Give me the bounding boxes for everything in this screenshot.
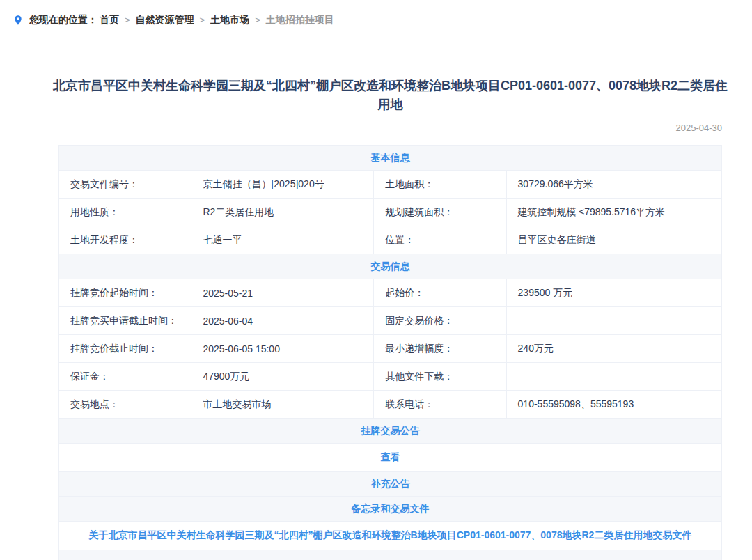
field-value: 240万元: [506, 335, 721, 363]
field-label: 规划建筑面积：: [374, 199, 506, 226]
breadcrumb-separator: >: [200, 15, 205, 25]
publish-date: 2025-04-30: [58, 123, 722, 133]
section-title: 基本信息: [59, 146, 722, 171]
location-pin-icon: [13, 13, 24, 27]
field-value: 239500 万元: [506, 279, 721, 307]
field-value: 010-55595098、55595193: [506, 391, 721, 419]
field-value: [506, 363, 721, 391]
field-label: 土地面积：: [374, 171, 506, 199]
field-value: 30729.066平方米: [506, 171, 721, 199]
section-header-memo-docs: 备忘录和交易文件: [59, 497, 722, 522]
field-label: 挂牌竞买申请截止时间：: [59, 307, 191, 335]
field-label: 用地性质：: [59, 199, 191, 226]
field-label: 位置：: [374, 226, 506, 254]
field-value: 七通一平: [191, 226, 374, 254]
table-row: 挂牌竞价起始时间： 2025-05-21 起始价： 239500 万元: [59, 279, 722, 307]
section-header-listing-notice: 挂牌交易公告: [59, 419, 722, 444]
table-row: 挂牌竞价截止时间： 2025-06-05 15:00 最小递增幅度： 240万元: [59, 335, 722, 363]
listing-view-row: 查看: [59, 444, 722, 472]
view-link[interactable]: 查看: [381, 451, 400, 462]
field-value: 2025-06-04: [191, 307, 374, 335]
next-section-partial-cell: [59, 550, 722, 560]
table-row: 土地开发程度： 七通一平 位置： 昌平区史各庄街道: [59, 226, 722, 254]
field-label: 交易文件编号：: [59, 171, 191, 199]
breadcrumb-separator: >: [255, 15, 260, 25]
table-row: 交易地点： 市土地交易市场 联系电话： 010-55595098、5559519…: [59, 391, 722, 419]
section-title: 补充公告: [59, 472, 722, 497]
field-value: [506, 307, 721, 335]
page-title: 北京市昌平区中关村生命科学园三期及“北四村”棚户区改造和环境整治B地块项目CP0…: [50, 77, 730, 114]
section-header-basic-info: 基本信息: [59, 146, 722, 171]
field-label: 交易地点：: [59, 391, 191, 419]
breadcrumb-item-current: 土地招拍挂项目: [266, 14, 334, 26]
table-row: 保证金： 47900万元 其他文件下载：: [59, 363, 722, 391]
field-label: 最小递增幅度：: [374, 335, 506, 363]
breadcrumb-item-natural-resources[interactable]: 自然资源管理: [136, 14, 194, 26]
table-row: 交易文件编号： 京土储挂（昌）[2025]020号 土地面积： 30729.06…: [59, 171, 722, 199]
table-row: 挂牌竞买申请截止时间： 2025-06-04 固定交易价格：: [59, 307, 722, 335]
breadcrumb: 您现在的位置： 首页 > 自然资源管理 > 土地市场 > 土地招拍挂项目: [0, 0, 752, 40]
breadcrumb-prefix: 您现在的位置：: [29, 14, 97, 26]
breadcrumb-item-land-market[interactable]: 土地市场: [210, 14, 249, 26]
section-title: 交易信息: [59, 254, 722, 279]
section-title: 挂牌交易公告: [59, 419, 722, 444]
field-label: 保证金：: [59, 363, 191, 391]
section-header-trade-info: 交易信息: [59, 254, 722, 279]
listing-view-cell: 查看: [59, 444, 722, 472]
breadcrumb-separator: >: [125, 15, 130, 25]
breadcrumb-item-home[interactable]: 首页: [100, 14, 119, 26]
field-label: 其他文件下载：: [374, 363, 506, 391]
field-label: 起始价：: [374, 279, 506, 307]
field-value: 建筑控制规模 ≤79895.5716平方米: [506, 199, 721, 226]
field-value: 京土储挂（昌）[2025]020号: [191, 171, 374, 199]
field-value: R2二类居住用地: [191, 199, 374, 226]
table-row: 用地性质： R2二类居住用地 规划建筑面积： 建筑控制规模 ≤79895.571…: [59, 199, 722, 226]
field-label: 土地开发程度：: [59, 226, 191, 254]
section-title: 备忘录和交易文件: [59, 497, 722, 522]
trade-document-link[interactable]: 关于北京市昌平区中关村生命科学园三期及“北四村”棚户区改造和环境整治B地块项目C…: [89, 529, 692, 540]
field-label: 固定交易价格：: [374, 307, 506, 335]
memo-doc-row: 关于北京市昌平区中关村生命科学园三期及“北四村”棚户区改造和环境整治B地块项目C…: [59, 522, 722, 550]
field-label: 挂牌竞价起始时间：: [59, 279, 191, 307]
field-value: 昌平区史各庄街道: [506, 226, 721, 254]
memo-doc-cell: 关于北京市昌平区中关村生命科学园三期及“北四村”棚户区改造和环境整治B地块项目C…: [59, 522, 722, 550]
field-value: 市土地交易市场: [191, 391, 374, 419]
next-section-partial: [59, 550, 722, 560]
land-parcel-info-table: 基本信息 交易文件编号： 京土储挂（昌）[2025]020号 土地面积： 307…: [58, 145, 722, 560]
main-content: 北京市昌平区中关村生命科学园三期及“北四村”棚户区改造和环境整治B地块项目CP0…: [58, 40, 722, 560]
section-header-supplement-notice: 补充公告: [59, 472, 722, 497]
field-label: 挂牌竞价截止时间：: [59, 335, 191, 363]
field-value: 2025-05-21: [191, 279, 374, 307]
field-value: 2025-06-05 15:00: [191, 335, 374, 363]
field-label: 联系电话：: [374, 391, 506, 419]
field-value: 47900万元: [191, 363, 374, 391]
